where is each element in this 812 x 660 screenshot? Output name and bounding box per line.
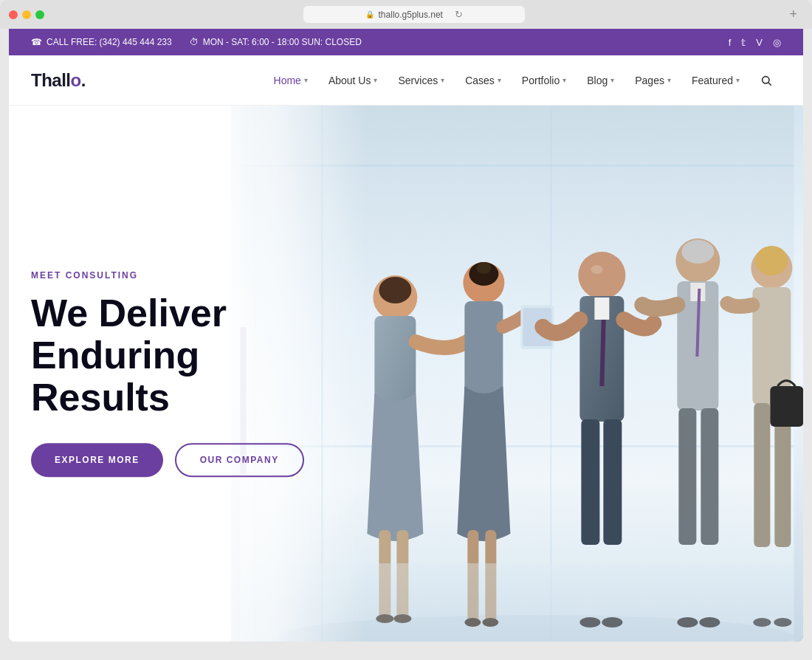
chevron-down-icon: ▾ [374, 76, 377, 84]
top-bar: ☎ CALL FREE: (342) 445 444 233 ⏱ MON - S… [9, 29, 803, 55]
svg-point-50 [756, 246, 788, 275]
nav-label-home: Home [274, 75, 301, 86]
hero-title: We Deliver Enduring Results [31, 292, 341, 419]
clock-icon: ⏱ [190, 37, 199, 47]
svg-point-22 [477, 262, 492, 274]
hero-content: MEET CONSULTING We Deliver Enduring Resu… [31, 270, 341, 477]
nav-item-services[interactable]: Services ▾ [389, 69, 453, 92]
svg-point-0 [763, 76, 769, 83]
nav-item-portfolio[interactable]: Portfolio ▾ [513, 69, 575, 92]
nav-label-portfolio: Portfolio [522, 75, 560, 86]
svg-rect-31 [604, 419, 622, 545]
hero-section: MEET CONSULTING We Deliver Enduring Resu… [9, 106, 803, 642]
nav-item-home[interactable]: Home ▾ [265, 69, 317, 92]
social-links: f 𝕥 V ◎ [729, 37, 781, 48]
nav-item-featured[interactable]: Featured ▾ [683, 69, 749, 92]
vimeo-icon[interactable]: V [756, 37, 763, 48]
logo-highlight: o [71, 70, 81, 90]
svg-rect-30 [582, 419, 600, 545]
website-container: ☎ CALL FREE: (342) 445 444 233 ⏱ MON - S… [9, 29, 803, 642]
nav-label-cases: Cases [465, 75, 495, 86]
svg-point-14 [379, 277, 412, 303]
browser-titlebar: 🔒 thallo.g5plus.net ↻ + [0, 6, 812, 29]
address-bar-container: 🔒 thallo.g5plus.net ↻ [93, 6, 734, 23]
chevron-down-icon: ▾ [498, 76, 501, 84]
browser-window: 🔒 thallo.g5plus.net ↻ + [0, 0, 812, 29]
phone-number: CALL FREE: (342) 445 444 233 [47, 37, 172, 47]
close-button[interactable] [9, 10, 18, 19]
hero-subtitle: MEET CONSULTING [31, 270, 341, 281]
nav-label-about: About Us [328, 75, 371, 86]
search-button[interactable] [751, 69, 781, 92]
phone-icon: ☎ [31, 37, 42, 47]
chevron-down-icon: ▾ [667, 76, 671, 84]
chevron-down-icon: ▾ [441, 76, 444, 84]
facebook-icon[interactable]: f [729, 37, 732, 48]
svg-rect-29 [595, 298, 610, 320]
svg-point-25 [579, 252, 626, 299]
new-tab-button[interactable]: + [783, 7, 803, 22]
nav-menu: Home ▾ About Us ▾ Services ▾ Cases ▾ Por… [265, 69, 781, 92]
nav-label-services: Services [398, 75, 438, 86]
maximize-button[interactable] [35, 10, 44, 19]
svg-rect-49 [771, 386, 803, 427]
nav-label-featured: Featured [692, 75, 733, 86]
nav-item-blog[interactable]: Blog ▾ [578, 69, 623, 92]
nav-label-blog: Blog [587, 75, 608, 86]
hero-buttons: EXPLORE MORE OUR COMPANY [31, 443, 341, 477]
hero-title-line2: Enduring Results [31, 334, 199, 419]
svg-point-42 [682, 240, 715, 264]
hours-info: ⏱ MON - SAT: 6:00 - 18:00 SUN: CLOSED [190, 37, 362, 47]
phone-info: ☎ CALL FREE: (342) 445 444 233 [31, 37, 172, 47]
our-company-button[interactable]: OUR COMPANY [175, 443, 304, 477]
nav-item-pages[interactable]: Pages ▾ [626, 69, 680, 92]
svg-rect-6 [551, 106, 552, 642]
address-bar[interactable]: 🔒 thallo.g5plus.net ↻ [303, 6, 525, 23]
nav-item-cases[interactable]: Cases ▾ [456, 69, 510, 92]
search-icon [760, 75, 772, 86]
svg-rect-39 [701, 408, 719, 545]
instagram-icon[interactable]: ◎ [773, 37, 781, 48]
svg-rect-45 [754, 403, 771, 547]
hero-title-line1: We Deliver [31, 292, 227, 334]
explore-more-button[interactable]: EXPLORE MORE [31, 443, 163, 477]
svg-point-26 [591, 265, 603, 274]
url-text: thallo.g5plus.net [379, 10, 443, 20]
chevron-down-icon: ▾ [562, 76, 566, 84]
reload-button[interactable]: ↻ [455, 9, 463, 20]
logo[interactable]: Thallo. [31, 70, 86, 91]
minimize-button[interactable] [22, 10, 31, 19]
svg-line-1 [768, 83, 771, 86]
twitter-icon[interactable]: 𝕥 [741, 37, 746, 48]
nav-item-about[interactable]: About Us ▾ [320, 69, 387, 92]
ssl-icon: 🔒 [365, 10, 374, 18]
hours-text: MON - SAT: 6:00 - 18:00 SUN: CLOSED [203, 37, 362, 47]
navbar: Thallo. Home ▾ About Us ▾ Services ▾ Cas… [9, 55, 803, 106]
chevron-down-icon: ▾ [304, 76, 308, 84]
svg-rect-38 [679, 408, 697, 545]
top-bar-left: ☎ CALL FREE: (342) 445 444 233 ⏱ MON - S… [31, 37, 362, 47]
chevron-down-icon: ▾ [736, 76, 740, 84]
chevron-down-icon: ▾ [610, 76, 614, 84]
nav-label-pages: Pages [635, 75, 664, 86]
